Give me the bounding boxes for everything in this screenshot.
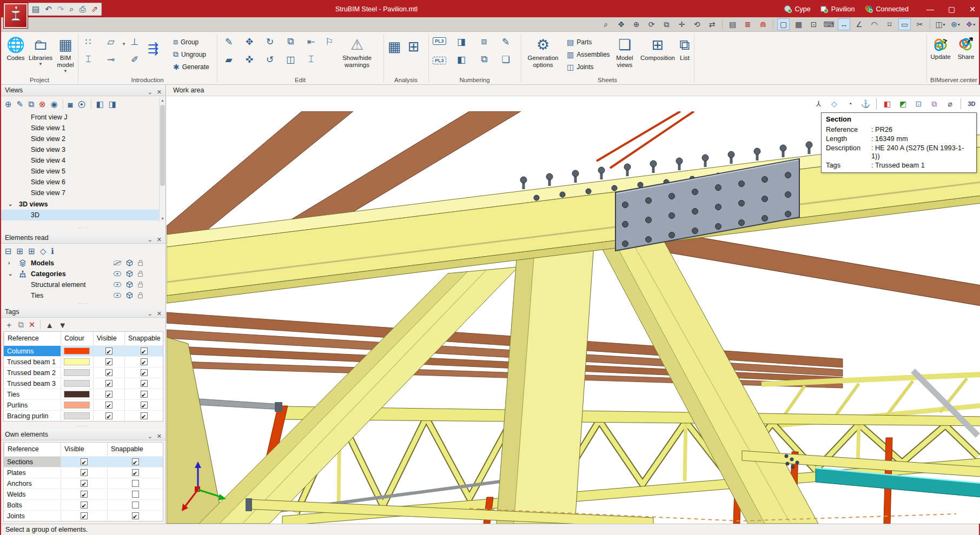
- delete-tag-icon[interactable]: [29, 320, 36, 330]
- model-views-button[interactable]: Model views: [610, 33, 639, 75]
- bolts-icon[interactable]: [104, 52, 118, 66]
- snappable-checkbox[interactable]: [132, 491, 139, 498]
- chevron-down-icon[interactable]: ⌄: [8, 269, 12, 279]
- colour-swatch[interactable]: [64, 358, 90, 365]
- view-item[interactable]: Side view 6: [1, 177, 159, 188]
- close-panel-icon[interactable]: ✕: [157, 431, 162, 442]
- view-item[interactable]: Side view 7: [1, 188, 159, 198]
- cube-icon[interactable]: [126, 270, 133, 277]
- composition-button[interactable]: Composition: [640, 33, 675, 75]
- colour-swatch[interactable]: [64, 347, 90, 355]
- lock-icon[interactable]: [138, 262, 143, 266]
- grid-icon[interactable]: [792, 18, 805, 30]
- snappable-checkbox[interactable]: [132, 480, 139, 487]
- print-button[interactable]: [80, 4, 86, 14]
- ungroup-button[interactable]: Ungroup: [173, 49, 206, 60]
- dimensions-icon[interactable]: [838, 18, 850, 30]
- tree-structural-element[interactable]: Structural element: [1, 279, 159, 290]
- solid-view-icon[interactable]: [96, 99, 104, 109]
- duplicate-view-icon[interactable]: [28, 99, 34, 109]
- info-icon[interactable]: [51, 246, 54, 256]
- view-item[interactable]: Side view 5: [1, 166, 159, 177]
- section-view-icon[interactable]: [897, 98, 909, 110]
- snapshot-edit-icon[interactable]: [78, 100, 86, 109]
- panel-splitter[interactable]: ····: [1, 225, 165, 231]
- visible-checkbox[interactable]: [105, 380, 112, 387]
- generate-button[interactable]: Generate: [173, 61, 209, 72]
- zoom-extents-icon[interactable]: [615, 18, 627, 30]
- arc-icon[interactable]: [868, 18, 880, 30]
- visible-checkbox[interactable]: [105, 391, 112, 398]
- web-globe-icon[interactable]: ▾: [949, 18, 962, 30]
- assemblies-button[interactable]: Assemblies: [567, 49, 610, 60]
- tag-row[interactable]: Columns: [4, 345, 163, 356]
- calculate-icon[interactable]: [407, 39, 421, 54]
- visible-checkbox[interactable]: [105, 369, 112, 376]
- layers-cube-icon[interactable]: [928, 98, 941, 110]
- window-panes-icon[interactable]: ▾: [934, 18, 946, 30]
- search-button[interactable]: [69, 4, 74, 14]
- minimize-button[interactable]: —: [926, 5, 934, 14]
- viewport-3d[interactable]: Section Reference: PR26 Length: 16349 mm…: [167, 111, 980, 524]
- visibility-icon[interactable]: [114, 293, 121, 298]
- visible-checkbox[interactable]: [105, 347, 112, 355]
- visibility-icon[interactable]: [114, 282, 121, 287]
- list-button[interactable]: List: [675, 33, 694, 75]
- tree-expand-icon[interactable]: [5, 246, 12, 256]
- panel-left-icon[interactable]: [17, 246, 24, 256]
- plates-icon[interactable]: [104, 35, 118, 49]
- add-tag-icon[interactable]: [5, 320, 13, 330]
- panel-right-icon[interactable]: [28, 246, 35, 256]
- snappable-checkbox[interactable]: [132, 469, 139, 476]
- views-scrollbar[interactable]: ▲ ▼: [159, 97, 165, 222]
- copy-icon[interactable]: [283, 35, 297, 49]
- generation-options-button[interactable]: Generation options: [524, 33, 562, 75]
- work-plane-icon[interactable]: [912, 98, 925, 110]
- assign-numbering-icon[interactable]: [499, 52, 513, 66]
- hide-elements-icon[interactable]: [944, 98, 956, 110]
- view-item[interactable]: Side view 3: [1, 144, 159, 155]
- bim-model-button[interactable]: BIM model ▼: [52, 33, 79, 75]
- magnet-snap-icon[interactable]: [757, 18, 769, 30]
- chevron-down-icon[interactable]: ⌄: [8, 199, 12, 210]
- chevron-right-icon[interactable]: ›: [8, 258, 10, 269]
- edit-numbering-icon[interactable]: [499, 35, 513, 49]
- anchors-icon[interactable]: [128, 35, 142, 49]
- visible-checkbox[interactable]: [81, 469, 88, 476]
- move-node-icon[interactable]: [242, 52, 256, 66]
- check-calculator-icon[interactable]: [387, 39, 401, 54]
- cype-badge[interactable]: Cype: [784, 5, 811, 13]
- ortho-mode-icon[interactable]: [777, 18, 790, 30]
- snappable-checkbox[interactable]: [141, 358, 148, 365]
- zoom-previous-icon[interactable]: [600, 18, 612, 30]
- own-element-row[interactable]: Plates: [4, 467, 163, 478]
- previous-window-icon[interactable]: [706, 18, 718, 30]
- snappable-checkbox[interactable]: [141, 369, 148, 376]
- tag-row[interactable]: Trussed beam 2: [4, 367, 163, 378]
- own-element-row[interactable]: Joints: [4, 510, 163, 521]
- divide-icon[interactable]: [283, 52, 297, 66]
- move-icon[interactable]: [242, 35, 256, 49]
- tag-row[interactable]: Bracing purlin: [4, 410, 163, 421]
- number-plates-icon[interactable]: PL3: [433, 37, 446, 45]
- collapse-panel-icon[interactable]: ⌄: [148, 308, 153, 319]
- erase-icon[interactable]: [222, 52, 236, 66]
- labels-icon[interactable]: [898, 18, 911, 30]
- axes-icon[interactable]: [812, 98, 825, 110]
- parts-button[interactable]: Parts: [567, 36, 592, 48]
- edit-view-icon[interactable]: [17, 99, 24, 109]
- orbit-icon[interactable]: [691, 18, 703, 30]
- view-item[interactable]: Side view 2: [1, 133, 159, 144]
- close-panel-icon[interactable]: ✕: [157, 86, 162, 97]
- number-views-icon[interactable]: [454, 35, 468, 49]
- own-element-row[interactable]: Bolts: [4, 499, 163, 510]
- orbit-icon[interactable]: [844, 98, 856, 110]
- tag-row[interactable]: Purlins: [4, 399, 163, 410]
- view-frames-icon[interactable]: [454, 52, 468, 66]
- zoom-scale-icon[interactable]: [630, 18, 643, 30]
- cube-icon[interactable]: [126, 281, 133, 288]
- colour-swatch[interactable]: [64, 380, 90, 387]
- redraw-icon[interactable]: [645, 18, 658, 30]
- welds-icon[interactable]: [128, 52, 142, 66]
- snappable-checkbox[interactable]: [141, 391, 148, 398]
